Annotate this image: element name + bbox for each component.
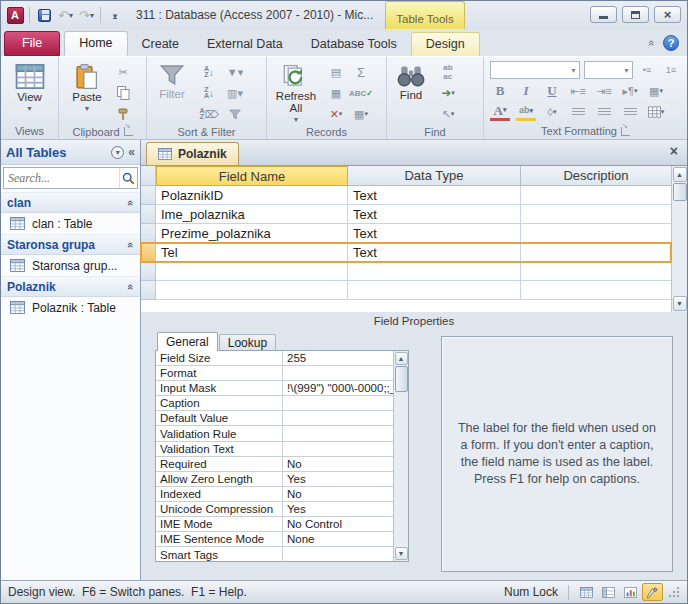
view-button[interactable]: View ▼ [6, 61, 54, 112]
design-view-button[interactable] [642, 583, 663, 601]
selection-filter-icon[interactable]: ▼▾ [225, 63, 245, 81]
row-selector[interactable] [141, 205, 156, 224]
remove-sort-icon[interactable]: AZ⌦ [199, 105, 219, 123]
field-name-cell[interactable] [156, 281, 348, 300]
help-icon[interactable]: ? [663, 35, 679, 51]
property-value[interactable]: No Control [283, 517, 393, 531]
close-button[interactable]: × [654, 6, 681, 23]
search-icon[interactable] [119, 168, 137, 188]
tab-lookup[interactable]: Lookup [219, 334, 276, 351]
more-records-icon[interactable]: ▦▾ [351, 105, 371, 123]
pivottable-view-button[interactable] [598, 583, 619, 601]
search-input[interactable] [4, 171, 119, 186]
italic-icon[interactable]: I [516, 82, 536, 100]
nav-pane-header[interactable]: All Tables ▼ « [1, 140, 140, 165]
property-value[interactable] [283, 366, 393, 380]
property-value[interactable] [283, 396, 393, 410]
redo-icon[interactable]: ↷▾ [77, 6, 95, 24]
totals-icon[interactable]: Σ [351, 63, 371, 81]
advanced-filter-icon[interactable]: ▥▾ [225, 84, 245, 102]
bullets-icon[interactable]: •≡ [637, 61, 657, 79]
data-type-cell[interactable]: Text [348, 243, 521, 262]
highlight-color-icon[interactable]: ab▾ [516, 103, 536, 121]
align-center-icon[interactable] [594, 103, 614, 121]
cut-icon[interactable]: ✂ [113, 63, 133, 81]
property-value[interactable] [283, 411, 393, 425]
tab-file[interactable]: File [4, 31, 60, 56]
close-document-icon[interactable]: × [670, 144, 678, 158]
customize-qat-icon[interactable]: ▾ [106, 6, 124, 24]
copy-icon[interactable] [113, 84, 133, 102]
description-cell[interactable] [521, 186, 671, 205]
data-type-cell[interactable] [348, 262, 521, 281]
font-name-combo[interactable]: ▼ [490, 61, 580, 79]
description-cell[interactable] [521, 262, 671, 281]
tab-database-tools[interactable]: Database Tools [297, 33, 411, 56]
property-value[interactable]: !\(999") "000\-0000;;_ [283, 381, 393, 395]
replace-icon[interactable]: abac [438, 63, 458, 81]
row-selector[interactable] [141, 262, 156, 281]
tab-create[interactable]: Create [128, 33, 194, 56]
property-value[interactable]: Yes [283, 472, 393, 486]
scroll-down-icon[interactable]: ▼ [395, 547, 408, 560]
refresh-all-button[interactable]: Refresh All ▼ [271, 61, 321, 123]
sort-descending-icon[interactable]: ZA↓ [199, 84, 219, 102]
spelling-icon[interactable]: ABC✓ [351, 84, 371, 102]
datasheet-view-button[interactable] [576, 583, 597, 601]
minimize-button[interactable] [590, 6, 617, 23]
nav-item-polaznik-table[interactable]: Polaznik : Table [1, 297, 140, 318]
scroll-down-icon[interactable]: ▼ [673, 296, 687, 311]
text-formatting-dialog-launcher-icon[interactable] [621, 127, 630, 136]
field-name-cell[interactable]: Ime_polaznika [156, 205, 348, 224]
new-record-icon[interactable]: ▤ [326, 63, 346, 81]
font-color-icon[interactable]: A▾ [490, 103, 510, 121]
tab-design[interactable]: Design [411, 32, 480, 56]
row-selector[interactable] [141, 281, 156, 300]
property-value[interactable] [283, 547, 393, 562]
property-value[interactable]: None [283, 532, 393, 546]
property-sheet-scrollbar[interactable]: ▲ ▼ [393, 351, 408, 561]
column-header-field-name[interactable]: Field Name [156, 166, 348, 186]
row-selector[interactable] [141, 224, 156, 243]
document-tab-polaznik[interactable]: Polaznik [146, 142, 239, 165]
tab-external-data[interactable]: External Data [193, 33, 297, 56]
format-painter-icon[interactable] [113, 105, 133, 123]
tab-general[interactable]: General [157, 332, 218, 351]
decrease-indent-icon[interactable]: ⇤≡ [568, 82, 588, 100]
scroll-up-icon[interactable]: ▲ [395, 352, 408, 365]
select-icon[interactable]: ↖▾ [438, 105, 458, 123]
nav-group-staronsa-grupa[interactable]: Staronsa grupa « [1, 234, 140, 255]
column-header-data-type[interactable]: Data Type [348, 166, 521, 186]
save-record-icon[interactable]: ▦ [326, 84, 346, 102]
clipboard-dialog-launcher-icon[interactable] [124, 127, 133, 136]
description-cell[interactable] [521, 224, 671, 243]
nav-group-clan[interactable]: clan « [1, 192, 140, 213]
toggle-filter-icon[interactable] [225, 105, 245, 123]
collapse-group-icon[interactable]: « [125, 199, 137, 205]
nav-item-clan-table[interactable]: clan : Table [1, 213, 140, 234]
minimize-ribbon-icon[interactable]: « [646, 40, 658, 46]
delete-record-icon[interactable]: ✕▾ [326, 105, 346, 123]
paste-button[interactable]: Paste ▼ [63, 61, 111, 112]
collapse-group-icon[interactable]: « [125, 283, 137, 289]
increase-indent-icon[interactable]: ⇥≡ [594, 82, 614, 100]
grid-corner-selector[interactable] [141, 166, 156, 186]
align-right-icon[interactable] [620, 103, 640, 121]
field-name-cell[interactable]: Prezime_polaznika [156, 224, 348, 243]
grid-vertical-scrollbar[interactable]: ▲ ▼ [671, 166, 687, 312]
column-header-description[interactable]: Description [521, 166, 671, 186]
numbering-icon[interactable]: 1≡ [661, 61, 681, 79]
data-type-cell[interactable] [348, 281, 521, 300]
gridlines-icon[interactable]: ▾ [646, 103, 666, 121]
fill-color-icon[interactable]: ◊▾ [542, 103, 562, 121]
row-selector[interactable] [141, 186, 156, 205]
resize-grip[interactable] [668, 586, 680, 598]
tab-home[interactable]: Home [64, 31, 127, 56]
data-type-cell[interactable]: Text [348, 186, 521, 205]
field-name-cell[interactable]: Tel [156, 243, 348, 262]
description-cell[interactable] [521, 243, 671, 262]
font-size-combo[interactable]: ▼ [584, 61, 633, 79]
description-cell[interactable] [521, 281, 671, 300]
scrollbar-thumb[interactable] [673, 183, 687, 201]
undo-icon[interactable]: ↶▾ [56, 6, 74, 24]
